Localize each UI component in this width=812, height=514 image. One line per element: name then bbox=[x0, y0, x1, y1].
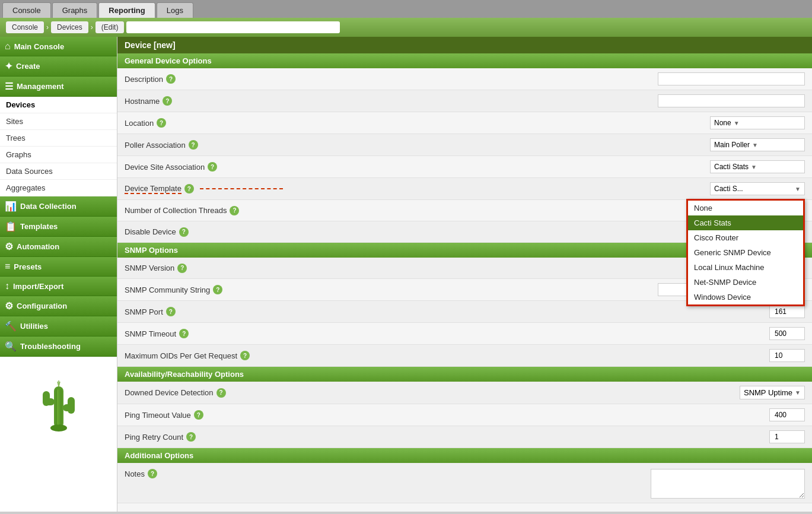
management-icon: ☰ bbox=[5, 81, 13, 92]
ping-timeout-value[interactable]: 400 bbox=[769, 408, 805, 421]
tab-logs[interactable]: Logs bbox=[157, 2, 193, 18]
snmp-timeout-label: SNMP Timeout ? bbox=[125, 329, 421, 338]
template-option-cacti-stats[interactable]: Cacti Stats bbox=[688, 215, 803, 230]
disable-device-label: Disable Device ? bbox=[125, 227, 421, 237]
ping-retry-value[interactable]: 1 bbox=[769, 430, 805, 443]
collection-threads-help-icon[interactable]: ? bbox=[230, 206, 239, 215]
disable-device-help-icon[interactable]: ? bbox=[179, 227, 189, 237]
cactus-logo bbox=[0, 357, 117, 452]
max-oids-help-icon[interactable]: ? bbox=[240, 351, 250, 360]
notes-row: Notes ? bbox=[117, 463, 812, 503]
template-option-generic-snmp[interactable]: Generic SNMP Device bbox=[688, 245, 803, 260]
max-oids-row: Maximum OIDs Per Get Request ? 10 bbox=[117, 345, 812, 367]
utilities-icon: 🔨 bbox=[5, 321, 17, 332]
sidebar-item-aggregates[interactable]: Aggregates bbox=[0, 180, 117, 196]
max-oids-text: Maximum OIDs Per Get Request bbox=[125, 351, 237, 360]
sidebar-item-presets[interactable]: ≡ Presets bbox=[0, 257, 117, 277]
template-option-local-linux[interactable]: Local Linux Machine bbox=[688, 260, 803, 275]
template-select[interactable]: Cacti S... ▼ bbox=[710, 182, 805, 195]
snmp-port-text: SNMP Port bbox=[125, 307, 163, 316]
template-help-icon[interactable]: ? bbox=[184, 184, 194, 193]
ping-retry-text: Ping Retry Count bbox=[125, 433, 183, 442]
template-dropdown-wrapper: Cacti S... ▼ None Cacti Stats Cisco Rout… bbox=[710, 182, 805, 195]
create-label: Create bbox=[16, 62, 40, 71]
sidebar-item-automation[interactable]: ⚙ Automation bbox=[0, 237, 117, 257]
breadcrumb-search[interactable] bbox=[126, 21, 340, 33]
sidebar-item-templates[interactable]: 📋 Templates bbox=[0, 217, 117, 237]
downed-device-help-icon[interactable]: ? bbox=[216, 388, 226, 398]
poller-row: Poller Association ? Main Poller ▼ bbox=[117, 134, 812, 156]
breadcrumb-console[interactable]: Console bbox=[6, 21, 44, 33]
poller-select[interactable]: Main Poller ▼ bbox=[710, 138, 805, 151]
configuration-icon: ⚙ bbox=[5, 300, 13, 312]
ping-retry-label: Ping Retry Count ? bbox=[125, 432, 421, 442]
template-current-value: Cacti S... bbox=[714, 185, 743, 193]
sidebar-item-management[interactable]: ☰ Management bbox=[0, 77, 117, 97]
sidebar-item-main-console[interactable]: ⌂ Main Console bbox=[0, 37, 117, 56]
hostname-input[interactable] bbox=[658, 94, 805, 107]
sidebar-item-trees[interactable]: Trees bbox=[0, 130, 117, 147]
snmp-port-help-icon[interactable]: ? bbox=[166, 307, 176, 316]
location-help-icon[interactable]: ? bbox=[157, 118, 166, 128]
description-input[interactable] bbox=[658, 72, 805, 85]
sidebar-item-configuration[interactable]: ⚙ Configuration bbox=[0, 296, 117, 316]
sidebar-item-sites[interactable]: Sites bbox=[0, 113, 117, 130]
sidebar-item-data-sources[interactable]: Data Sources bbox=[0, 163, 117, 180]
disable-device-text: Disable Device bbox=[125, 227, 176, 236]
location-row: Location ? None ▼ bbox=[117, 112, 812, 134]
template-option-net-snmp[interactable]: Net-SNMP Device bbox=[688, 275, 803, 290]
notes-label: Notes ? bbox=[125, 469, 421, 478]
snmp-timeout-value[interactable]: 500 bbox=[769, 327, 805, 340]
template-option-windows[interactable]: Windows Device bbox=[688, 290, 803, 304]
breadcrumb-edit[interactable]: (Edit) bbox=[95, 21, 125, 33]
snmp-port-value[interactable]: 161 bbox=[769, 305, 805, 318]
sidebar-item-import-export[interactable]: ↕ Import/Export bbox=[0, 277, 117, 296]
tab-graphs[interactable]: Graphs bbox=[52, 2, 98, 18]
collection-threads-label: Number of Collection Threads ? bbox=[125, 206, 421, 215]
ping-retry-control: 1 bbox=[421, 430, 805, 443]
automation-icon: ⚙ bbox=[5, 241, 13, 252]
notes-control bbox=[421, 469, 805, 499]
tab-reporting[interactable]: Reporting bbox=[98, 2, 155, 18]
template-option-cisco-router[interactable]: Cisco Router bbox=[688, 230, 803, 245]
sidebar-item-devices[interactable]: Devices bbox=[0, 97, 117, 113]
template-option-none[interactable]: None bbox=[688, 201, 803, 215]
sidebar-item-troubleshooting[interactable]: 🔍 Troubleshooting bbox=[0, 337, 117, 357]
sidebar-item-graphs[interactable]: Graphs bbox=[0, 147, 117, 163]
downed-device-label: Downed Device Detection ? bbox=[125, 388, 421, 398]
description-help-icon[interactable]: ? bbox=[166, 74, 176, 84]
ping-retry-help-icon[interactable]: ? bbox=[186, 432, 196, 442]
svg-rect-4 bbox=[68, 397, 75, 414]
main-layout: ⌂ Main Console ✦ Create ☰ Management Dev… bbox=[0, 37, 812, 512]
downed-device-control: SNMP Uptime ▼ bbox=[421, 386, 805, 399]
poller-help-icon[interactable]: ? bbox=[189, 140, 198, 150]
sidebar-item-utilities[interactable]: 🔨 Utilities bbox=[0, 316, 117, 337]
template-dropdown-popup: None Cacti Stats Cisco Router Generic SN… bbox=[686, 199, 805, 306]
snmp-timeout-help-icon[interactable]: ? bbox=[179, 329, 189, 338]
sidebar-item-create[interactable]: ✦ Create bbox=[0, 56, 117, 77]
site-association-arrow: ▼ bbox=[751, 164, 757, 170]
ping-timeout-row: Ping Timeout Value ? 400 bbox=[117, 404, 812, 426]
notes-help-icon[interactable]: ? bbox=[148, 469, 157, 478]
notes-textarea[interactable] bbox=[651, 469, 805, 499]
hostname-help-icon[interactable]: ? bbox=[163, 96, 172, 106]
max-oids-control: 10 bbox=[421, 349, 805, 362]
tab-console[interactable]: Console bbox=[2, 2, 51, 18]
snmp-community-label: SNMP Community String ? bbox=[125, 285, 421, 294]
snmp-version-help-icon[interactable]: ? bbox=[177, 264, 187, 273]
snmp-community-help-icon[interactable]: ? bbox=[213, 285, 222, 294]
ping-timeout-label: Ping Timeout Value ? bbox=[125, 410, 421, 420]
breadcrumb-devices[interactable]: Devices bbox=[51, 21, 88, 33]
location-select[interactable]: None ▼ bbox=[710, 116, 805, 129]
ping-timeout-help-icon[interactable]: ? bbox=[194, 410, 203, 420]
site-association-help-icon[interactable]: ? bbox=[208, 162, 217, 172]
hostname-row: Hostname ? bbox=[117, 90, 812, 112]
max-oids-value[interactable]: 10 bbox=[769, 349, 805, 362]
downed-device-select[interactable]: SNMP Uptime ▼ bbox=[740, 386, 805, 399]
site-association-select[interactable]: Cacti Stats ▼ bbox=[710, 160, 805, 173]
sidebar: ⌂ Main Console ✦ Create ☰ Management Dev… bbox=[0, 37, 117, 512]
description-control bbox=[421, 72, 805, 85]
downed-device-arrow: ▼ bbox=[795, 389, 801, 396]
sidebar-item-data-collection[interactable]: 📊 Data Collection bbox=[0, 196, 117, 217]
snmp-port-control: 161 bbox=[421, 305, 805, 318]
